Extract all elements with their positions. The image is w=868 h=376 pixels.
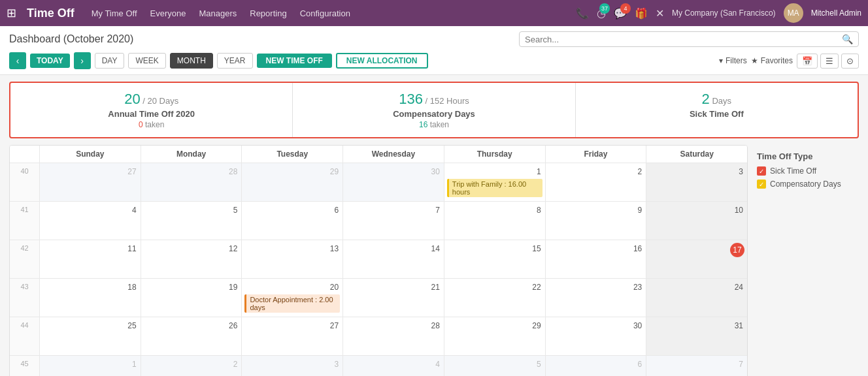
nav-configuration[interactable]: Configuration — [300, 8, 350, 18]
calendar-cell[interactable]: 13 — [241, 240, 342, 278]
day-number: 30 — [346, 166, 441, 178]
nav-reporting[interactable]: Reporting — [250, 8, 286, 18]
day-number: 3 — [244, 358, 340, 370]
calendar-event[interactable]: Doctor Appointment : 2.00 days — [244, 294, 340, 313]
calendar-cell[interactable]: 21 — [342, 279, 444, 317]
summary-big-2: 2 Days — [582, 91, 851, 108]
new-time-off-button[interactable]: NEW TIME OFF — [257, 54, 332, 68]
week-number: 43 — [10, 279, 39, 317]
calendar-cell[interactable]: 1Trip with Family : 16.00 hours — [444, 163, 545, 201]
calendar-cell[interactable]: 12 — [141, 240, 242, 278]
new-allocation-button[interactable]: NEW ALLOCATION — [336, 53, 428, 69]
calendar-main: Sunday Monday Tuesday Wednesday Thursday… — [9, 145, 748, 376]
day-number: 5 — [447, 358, 542, 370]
day-number: 29 — [244, 166, 340, 178]
view-week-button[interactable]: WEEK — [128, 53, 165, 69]
view-icons: 📅 ☰ ⊙ — [797, 54, 859, 69]
today-button[interactable]: TODAY — [30, 54, 70, 68]
nav-managers[interactable]: Managers — [199, 8, 237, 18]
close-icon[interactable]: ✕ — [656, 7, 664, 20]
calendar-cell[interactable]: 11 — [39, 240, 141, 278]
red-legend-check: ✓ — [757, 166, 766, 176]
calendar-cell[interactable]: 17 — [646, 240, 747, 278]
calendar-cell[interactable]: 5 — [444, 356, 545, 376]
calendar-cell[interactable]: 30 — [342, 163, 444, 201]
nav-everyone[interactable]: Everyone — [150, 8, 186, 18]
day-number: 14 — [346, 243, 441, 255]
calendar-cell[interactable]: 29 — [241, 163, 342, 201]
calendar-cell[interactable]: 20Doctor Appointment : 2.00 days — [241, 279, 342, 317]
chat-badge: 4 — [620, 3, 631, 14]
day-number: 31 — [649, 320, 744, 332]
calendar-cell[interactable]: 10 — [646, 202, 747, 240]
calendar-cell[interactable]: 3 — [646, 163, 747, 201]
day-number: 7 — [346, 204, 441, 216]
calendar-cell[interactable]: 2 — [141, 356, 242, 376]
search-bar[interactable]: 🔍 — [519, 31, 859, 47]
day-number: 1 — [42, 358, 138, 370]
time-off-type-title: Time Off Type — [757, 151, 859, 161]
nav-my-time-off[interactable]: My Time Off — [92, 8, 137, 18]
calendar-cell[interactable]: 24 — [646, 279, 747, 317]
avatar[interactable]: MA — [784, 3, 803, 23]
view-day-button[interactable]: DAY — [95, 53, 125, 69]
legend-label: Compensatory Days — [770, 180, 841, 189]
calendar-cell[interactable]: 30 — [545, 317, 646, 355]
view-year-button[interactable]: YEAR — [217, 53, 253, 69]
next-button[interactable]: › — [74, 52, 91, 69]
week-number: 41 — [10, 202, 39, 240]
calendar-cell[interactable]: 5 — [141, 202, 242, 240]
day-number: 6 — [244, 204, 340, 216]
toolbar: ‹ TODAY › DAY WEEK MONTH YEAR NEW TIME O… — [9, 52, 859, 74]
view-month-button[interactable]: MONTH — [170, 53, 213, 69]
favorites-button[interactable]: ★ Favorites — [751, 56, 793, 65]
prev-button[interactable]: ‹ — [9, 52, 26, 69]
user-name: Mitchell Admin — [811, 8, 861, 18]
summary-annual: 20 / 20 Days Annual Time Off 2020 0 take… — [10, 83, 293, 137]
calendar-cell[interactable]: 8 — [444, 202, 545, 240]
phone-icon[interactable]: 📞 — [576, 7, 589, 20]
calendar-cell[interactable]: 2 — [545, 163, 646, 201]
calendar-cell[interactable]: 18 — [39, 279, 141, 317]
gift-icon[interactable]: 🎁 — [635, 7, 648, 20]
list-view-button[interactable]: ☰ — [820, 54, 839, 69]
calendar-cell[interactable]: 27 — [241, 317, 342, 355]
calendar-cell[interactable]: 4 — [342, 356, 444, 376]
calendar-cell[interactable]: 4 — [39, 202, 141, 240]
timer-icon[interactable]: ◷37 — [597, 7, 606, 20]
calendar-cell[interactable]: 27 — [39, 163, 141, 201]
calendar-cell[interactable]: 6 — [241, 202, 342, 240]
calendar-cell[interactable]: 25 — [39, 317, 141, 355]
search-input[interactable] — [525, 35, 842, 44]
calendar-cell[interactable]: 7 — [342, 202, 444, 240]
calendar-cell[interactable]: 26 — [141, 317, 242, 355]
activity-view-button[interactable]: ⊙ — [841, 54, 859, 69]
calendar-cell[interactable]: 7 — [646, 356, 747, 376]
calendar-cell[interactable]: 1 — [39, 356, 141, 376]
calendar-cell[interactable]: 16 — [545, 240, 646, 278]
calendar-cell[interactable]: 31 — [646, 317, 747, 355]
calendar-cell[interactable]: 19 — [141, 279, 242, 317]
day-monday: Monday — [141, 146, 242, 163]
calendar-cell[interactable]: 22 — [444, 279, 545, 317]
calendar-cell[interactable]: 3 — [241, 356, 342, 376]
calendar-cell[interactable]: 29 — [444, 317, 545, 355]
calendar-cell[interactable]: 28 — [342, 317, 444, 355]
calendar-cell[interactable]: 6 — [545, 356, 646, 376]
day-number: 19 — [144, 281, 239, 293]
calendar-cell[interactable]: 23 — [545, 279, 646, 317]
legend: ✓Sick Time Off✓Compensatory Days — [757, 166, 859, 189]
calendar-cell[interactable]: 15 — [444, 240, 545, 278]
calendar-cell[interactable]: 28 — [141, 163, 242, 201]
summary-big-0: 20 / 20 Days — [17, 91, 286, 108]
calendar-row: 4425262728293031 — [10, 317, 747, 355]
filters-button[interactable]: ▾ Filters — [719, 56, 747, 65]
topnav-right: 📞 ◷37 💬4 🎁 ✕ My Company (San Francisco) … — [576, 3, 861, 23]
calendar-cell[interactable]: 9 — [545, 202, 646, 240]
day-number: 9 — [548, 204, 644, 216]
grid-icon[interactable]: ⊞ — [7, 6, 16, 20]
calendar-cell[interactable]: 14 — [342, 240, 444, 278]
calendar-view-button[interactable]: 📅 — [797, 54, 818, 69]
calendar-event[interactable]: Trip with Family : 16.00 hours — [447, 179, 542, 197]
chat-icon[interactable]: 💬4 — [614, 7, 627, 20]
